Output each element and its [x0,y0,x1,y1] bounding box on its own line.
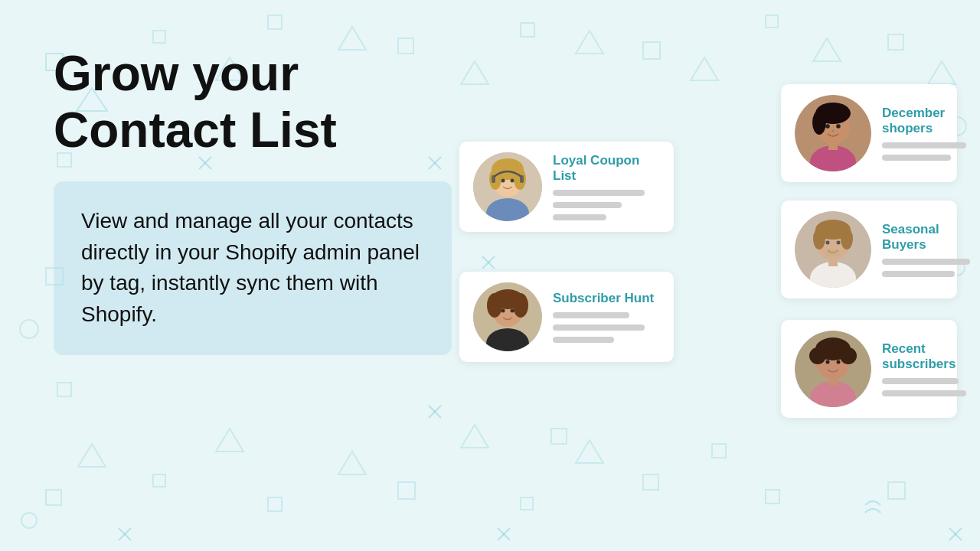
svg-point-87 [837,241,841,245]
card-recent-bar1 [882,378,959,384]
card-loyal-info: Loyal Coupon List [553,153,660,220]
svg-line-47 [119,528,131,540]
svg-point-85 [841,228,853,249]
card-subscriber-hunt: Subscriber Hunt [459,272,674,362]
svg-line-46 [119,528,131,540]
card-december-bar1 [882,142,966,148]
svg-point-76 [825,124,830,129]
card-loyal-bar3 [553,214,606,220]
card-subscriber-bar2 [553,324,645,331]
svg-point-98 [826,339,840,353]
card-loyal-bar1 [553,190,645,196]
card-loyal-bar2 [553,202,622,208]
svg-point-86 [826,241,830,245]
right-section: Loyal Coupon List [444,0,980,551]
card-loyal-title: Loyal Coupon List [553,153,660,184]
card-subscriber-title: Subscriber Hunt [553,291,654,306]
svg-point-78 [832,130,835,132]
svg-marker-31 [338,452,366,474]
svg-point-75 [812,110,826,135]
description-text: View and manage all your contacts direct… [81,206,424,330]
svg-point-88 [825,249,841,257]
avatar-subscriber [473,282,542,351]
avatar-december [795,95,871,171]
card-seasonal-bar2 [882,271,955,277]
avatar-recent [795,331,871,407]
card-subscriber-bar1 [553,312,629,318]
card-december-bar2 [882,155,951,161]
card-recent-info: Recent subscribers [882,341,966,396]
svg-rect-2 [268,15,282,29]
card-seasonal-info: Seasonal Buyers [882,222,970,277]
description-box: View and manage all your contacts direct… [54,181,452,354]
svg-line-40 [429,406,441,418]
card-recent-bar2 [882,390,966,396]
svg-point-99 [826,360,830,364]
card-recent-subscribers: Recent subscribers [781,320,957,418]
card-seasonal-title: Seasonal Buyers [882,222,970,253]
svg-point-77 [836,124,841,129]
left-section: Grow your Contact List View and manage a… [54,46,452,355]
avatar-seasonal [795,211,871,288]
card-subscriber-info: Subscriber Hunt [553,291,654,343]
svg-rect-14 [398,482,415,499]
svg-marker-30 [216,429,243,452]
card-subscriber-bar3 [553,337,614,343]
card-december-shopers: December shopers [781,84,957,182]
card-december-info: December shopers [882,106,966,161]
svg-marker-29 [78,444,106,467]
svg-line-41 [429,406,441,418]
svg-rect-1 [153,31,165,43]
card-loyal-coupon: Loyal Coupon List [459,142,674,232]
main-title: Grow your Contact List [54,46,452,158]
svg-rect-13 [268,497,282,511]
svg-point-66 [487,293,502,318]
svg-point-100 [837,360,841,364]
svg-point-67 [513,293,528,318]
svg-point-69 [511,309,514,313]
card-seasonal-bar1 [882,259,970,265]
svg-point-61 [511,179,514,183]
svg-rect-10 [57,383,71,396]
card-december-title: December shopers [882,106,966,136]
svg-point-84 [813,228,825,249]
svg-point-68 [501,309,505,313]
card-seasonal-buyers: Seasonal Buyers [781,201,957,298]
svg-point-49 [20,320,38,338]
card-recent-title: Recent subscribers [882,341,966,372]
svg-rect-11 [46,490,61,505]
svg-point-60 [501,179,505,183]
svg-point-51 [21,513,37,528]
svg-rect-12 [153,474,165,487]
avatar-loyal [473,152,542,221]
